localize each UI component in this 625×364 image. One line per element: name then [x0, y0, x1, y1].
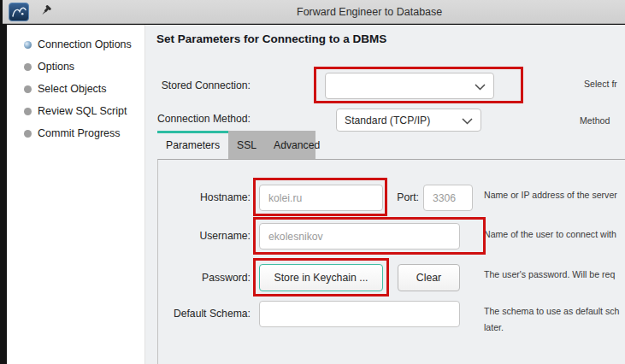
- tab-ssl[interactable]: SSL: [228, 131, 265, 160]
- forward-engineer-dialog: Forward Engineer to Database Connection …: [0, 0, 625, 364]
- connection-parameters-page: Set Parameters for Connecting to a DBMS …: [145, 25, 625, 364]
- default-schema-input[interactable]: [259, 301, 460, 327]
- hostname-hint: Name or IP address of the server: [484, 187, 617, 203]
- port-input[interactable]: [423, 185, 473, 211]
- sidebar-item-options[interactable]: Options: [7, 56, 144, 78]
- wizard-steps-sidebar: Connection Options Options Select Object…: [7, 25, 145, 364]
- sidebar-item-commit-progress[interactable]: Commit Progress: [7, 122, 144, 144]
- sidebar-item-connection-options[interactable]: Connection Options: [7, 33, 144, 56]
- default-schema-label: Default Schema:: [145, 308, 251, 320]
- username-hint: Name of the user to connect with: [484, 226, 616, 243]
- sidebar-item-review-sql-script[interactable]: Review SQL Script: [7, 100, 144, 122]
- password-label: Password:: [145, 272, 251, 284]
- stored-connection-dropdown[interactable]: [325, 73, 494, 99]
- connection-method-dropdown[interactable]: Standard (TCP/IP): [336, 109, 481, 132]
- default-schema-hint: The schema to use as default sch later.: [484, 303, 619, 336]
- title-bar: Forward Engineer to Database: [3, 0, 625, 24]
- connection-method-label: Connection Method:: [145, 113, 251, 125]
- username-input[interactable]: [259, 223, 460, 250]
- hostname-label: Hostname:: [145, 191, 251, 203]
- sidebar-item-select-objects[interactable]: Select Objects: [7, 78, 144, 100]
- mysql-workbench-logo-icon: [9, 3, 29, 21]
- password-hint: The user's password. Will be req: [484, 267, 615, 283]
- hostname-input[interactable]: [259, 185, 383, 211]
- chevron-down-icon: [462, 113, 473, 128]
- step-active-bullet-icon: [24, 41, 32, 49]
- step-bullet-icon: [24, 108, 32, 115]
- step-bullet-icon: [24, 63, 32, 71]
- chevron-down-icon: [475, 79, 486, 94]
- stored-connection-hint: Select fr: [584, 76, 617, 92]
- pin-icon[interactable]: [38, 4, 54, 20]
- stored-connection-label: Stored Connection:: [145, 79, 251, 91]
- connection-method-hint: Method: [580, 113, 610, 129]
- port-label: Port:: [391, 191, 419, 203]
- connection-method-value: Standard (TCP/IP): [345, 114, 430, 126]
- tab-advanced[interactable]: Advanced: [265, 131, 328, 160]
- step-bullet-icon: [24, 85, 32, 93]
- clear-password-button[interactable]: Clear: [398, 264, 460, 291]
- step-bullet-icon: [24, 130, 32, 138]
- window-title: Forward Engineer to Database: [297, 6, 442, 18]
- username-label: Username:: [145, 230, 251, 242]
- store-in-keychain-button[interactable]: Store in Keychain ...: [259, 264, 383, 291]
- tab-parameters[interactable]: Parameters: [157, 131, 228, 160]
- page-title: Set Parameters for Connecting to a DBMS: [156, 32, 386, 45]
- tab-bar: Parameters SSL Advanced: [157, 131, 315, 160]
